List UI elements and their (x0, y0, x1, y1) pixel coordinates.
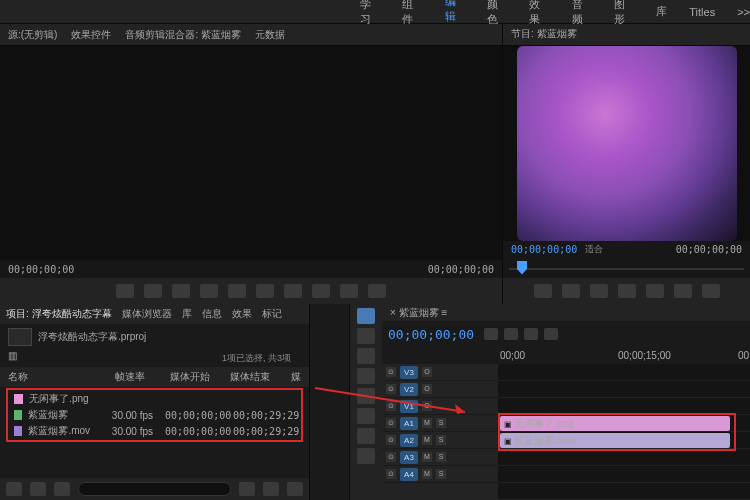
new-bin-button[interactable] (239, 482, 255, 496)
clip-audio[interactable]: ▣ 紫蓝烟雾.mov (500, 433, 730, 448)
col-name[interactable]: 名称 (8, 370, 115, 384)
prog-mark-out[interactable] (562, 284, 580, 298)
pen-tool[interactable] (357, 408, 375, 424)
ws-graphics[interactable]: 图形 (614, 0, 634, 27)
playhead-icon[interactable] (517, 261, 527, 275)
tab-effect-controls[interactable]: 效果控件 (71, 28, 111, 42)
time-ruler[interactable]: 00;00 00;00;15;00 00;00;30;00 (498, 347, 750, 364)
tab-media-browser[interactable]: 媒体浏览器 (122, 307, 172, 321)
preview-smoke-image (517, 46, 737, 241)
tab-lib[interactable]: 库 (182, 307, 192, 321)
hand-tool[interactable] (357, 428, 375, 444)
program-scrubber[interactable] (509, 259, 744, 279)
track-header-v3[interactable]: ⊙V3O (382, 364, 498, 381)
track-select-tool[interactable] (357, 328, 375, 344)
project-panel: 项目: 浮夸炫酷动态字幕 媒体浏览器 库 信息 效果 标记 浮夸炫酷动态字幕.p… (0, 304, 310, 500)
col-media[interactable]: 媒 (291, 370, 301, 384)
export-frame-button[interactable] (368, 284, 386, 298)
insert-button[interactable] (312, 284, 330, 298)
timeline-tc[interactable]: 00;00;00;00 (388, 327, 474, 342)
zoom-fit[interactable]: 适合 (585, 243, 603, 256)
step-fwd-button[interactable] (256, 284, 274, 298)
label-swatch (14, 426, 22, 436)
track-area[interactable]: ▣ 无闲事了.png ▣ 紫蓝烟雾.mov (498, 364, 750, 500)
tab-metadata[interactable]: 元数据 (255, 28, 285, 42)
search-input[interactable] (78, 482, 231, 496)
program-tc-current[interactable]: 00;00;00;00 (511, 244, 577, 255)
delete-button[interactable] (287, 482, 303, 496)
tab-audio-mixer[interactable]: 音频剪辑混合器: 紫蓝烟雾 (125, 28, 241, 42)
project-item[interactable]: 紫蓝烟雾 30.00 fps 00;00;00;00 00;00;29;29 (10, 407, 299, 423)
track-header-a4[interactable]: ⊙A4MS (382, 466, 498, 483)
col-fps[interactable]: 帧速率 (115, 370, 170, 384)
icon-view-button[interactable] (30, 482, 46, 496)
marker-button[interactable] (524, 328, 538, 340)
ws-color[interactable]: 颜色 (487, 0, 507, 27)
linked-sel-button[interactable] (504, 328, 518, 340)
source-tc-out: 00;00;00;00 (428, 264, 494, 275)
tab-fx[interactable]: 效果 (232, 307, 252, 321)
prog-play[interactable] (618, 284, 636, 298)
prog-mark-in[interactable] (534, 284, 552, 298)
ws-audio[interactable]: 音频 (572, 0, 592, 27)
slip-tool[interactable] (357, 388, 375, 404)
program-transport (503, 278, 750, 304)
program-monitor-panel: 节目: 紫蓝烟雾 00;00;00;00 适合 00;00;00;00 (503, 24, 750, 304)
prog-step-fwd[interactable] (646, 284, 664, 298)
tab-project[interactable]: 项目: 浮夸炫酷动态字幕 (6, 307, 112, 321)
col-end[interactable]: 媒体结束 (230, 370, 291, 384)
goto-out-button[interactable] (284, 284, 302, 298)
prog-extract[interactable] (702, 284, 720, 298)
prog-lift[interactable] (674, 284, 692, 298)
ws-effects[interactable]: 效果 (529, 0, 549, 27)
tab-source[interactable]: 源:(无剪辑) (8, 28, 57, 42)
source-transport (0, 278, 502, 304)
list-view-button[interactable] (6, 482, 22, 496)
selection-tool[interactable] (357, 308, 375, 324)
tab-info[interactable]: 信息 (202, 307, 222, 321)
filter-icon[interactable]: ▥ (8, 350, 17, 367)
play-button[interactable] (228, 284, 246, 298)
ws-learn[interactable]: 学习 (360, 0, 380, 27)
snap-button[interactable] (484, 328, 498, 340)
new-item-button[interactable] (263, 482, 279, 496)
track-header-a3[interactable]: ⊙A3MS (382, 449, 498, 466)
ws-more[interactable]: >> (737, 6, 750, 18)
razor-tool[interactable] (357, 368, 375, 384)
freeform-button[interactable] (54, 482, 70, 496)
ws-titles[interactable]: Titles (689, 6, 715, 18)
label-swatch (14, 394, 23, 404)
program-tc-duration: 00;00;00;00 (676, 244, 742, 255)
type-tool[interactable] (357, 448, 375, 464)
project-filename: 浮夸炫酷动态字幕.prproj (38, 330, 146, 344)
ripple-tool[interactable] (357, 348, 375, 364)
project-item[interactable]: 紫蓝烟雾.mov 30.00 fps 00;00;00;00 00;00;29;… (10, 423, 299, 439)
mark-out-button[interactable] (144, 284, 162, 298)
project-item[interactable]: 无闲事了.png (10, 391, 299, 407)
ws-assembly[interactable]: 组件 (402, 0, 422, 27)
bin-thumb-icon (8, 328, 32, 346)
col-start[interactable]: 媒体开始 (170, 370, 231, 384)
clip-video[interactable]: ▣ 无闲事了.png (500, 416, 730, 431)
track-header-a2[interactable]: ⊙A2MS (382, 432, 498, 449)
project-columns: 名称 帧速率 媒体开始 媒体结束 媒 (0, 367, 309, 387)
program-monitor (503, 46, 750, 241)
overwrite-button[interactable] (340, 284, 358, 298)
track-header-a1[interactable]: ⊙A1MS (382, 415, 498, 432)
sequence-tab[interactable]: × 紫蓝烟雾 ≡ (390, 306, 447, 320)
track-header-v2[interactable]: ⊙V2O (382, 381, 498, 398)
toolbox (350, 304, 382, 500)
source-monitor (0, 46, 502, 260)
program-title[interactable]: 节目: 紫蓝烟雾 (511, 27, 577, 41)
goto-in-button[interactable] (172, 284, 190, 298)
source-tc-in[interactable]: 00;00;00;00 (8, 264, 74, 275)
track-headers: ⊙V3O ⊙V2O ⊙V1O ⊙A1MS ⊙A2MS ⊙A3MS ⊙A4MS (382, 364, 498, 500)
prog-step-back[interactable] (590, 284, 608, 298)
tab-markers[interactable]: 标记 (262, 307, 282, 321)
track-header-v1[interactable]: ⊙V1O (382, 398, 498, 415)
label-swatch (14, 410, 22, 420)
settings-icon[interactable] (544, 328, 558, 340)
ws-library[interactable]: 库 (656, 4, 667, 19)
mark-in-button[interactable] (116, 284, 134, 298)
step-back-button[interactable] (200, 284, 218, 298)
